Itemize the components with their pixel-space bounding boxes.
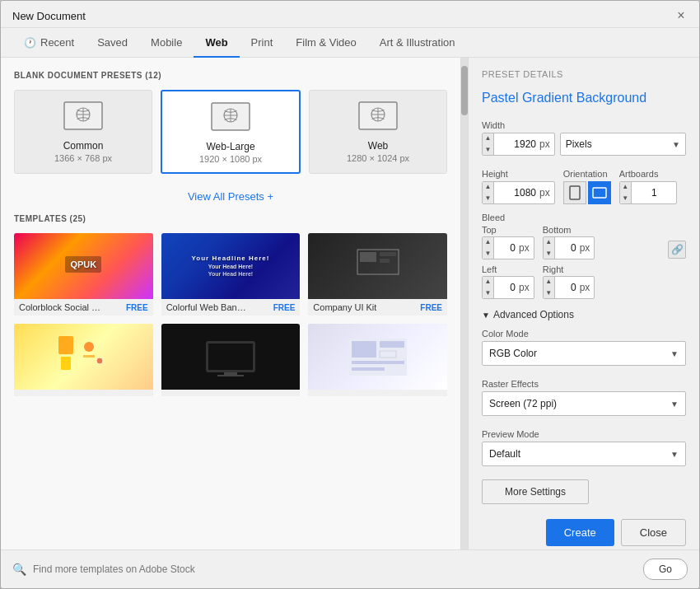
bleed-top-input[interactable] xyxy=(494,242,519,254)
preview-select[interactable]: Default Pixel Overprint ▼ xyxy=(482,442,686,466)
bottom-buttons: Create Close xyxy=(482,512,686,549)
artboards-spin-up[interactable]: ▲ xyxy=(620,181,631,193)
artboards-input[interactable] xyxy=(632,187,660,199)
template-colorblock[interactable]: QPUK Colorblock Social Me... FREE xyxy=(14,233,153,316)
tab-recent-label: Recent xyxy=(40,36,74,49)
svg-rect-29 xyxy=(352,361,404,364)
template-colorblock-name: Colorblock Social Me... xyxy=(19,302,101,312)
bleed-left-input[interactable] xyxy=(494,282,519,293)
template-4[interactable] xyxy=(14,324,153,396)
raster-select[interactable]: Screen (72 ppi) Medium (150 ppi) High (3… xyxy=(482,391,686,416)
bleed-top-up[interactable]: ▲ xyxy=(483,236,493,248)
orientation-landscape[interactable] xyxy=(588,181,611,204)
svg-rect-30 xyxy=(352,367,385,371)
bleed-right-input-group: ▲ ▼ px xyxy=(543,276,595,299)
bleed-top-down[interactable]: ▼ xyxy=(483,248,493,259)
bleed-bottom-input[interactable] xyxy=(555,242,580,254)
preview-select-input[interactable]: Default Pixel Overprint xyxy=(489,448,679,460)
tab-film[interactable]: Film & Video xyxy=(284,28,367,57)
more-settings-button[interactable]: More Settings xyxy=(482,479,589,504)
templates-header: TEMPLATES (25) xyxy=(14,214,447,223)
height-orientation-row: Height ▲ ▼ px Orientation xyxy=(482,169,686,204)
left-panel: BLANK DOCUMENT PRESETS (12) xyxy=(1,58,461,549)
width-input[interactable] xyxy=(494,138,539,150)
width-spin-down[interactable]: ▼ xyxy=(483,144,493,156)
bleed-bottom-down[interactable]: ▼ xyxy=(544,248,554,259)
svg-rect-26 xyxy=(352,341,376,358)
bleed-left-unit: px xyxy=(519,282,534,293)
preset-web-large[interactable]: Web-Large 1920 × 1080 px xyxy=(161,90,301,174)
preset-web-icon xyxy=(357,101,399,133)
main-content: BLANK DOCUMENT PRESETS (12) xyxy=(1,58,699,549)
width-row: ▲ ▼ px Pixels Inches Centimeters ▼ xyxy=(482,133,686,156)
height-unit-label: px xyxy=(539,187,554,199)
preview-label: Preview Mode xyxy=(482,429,686,439)
tab-web[interactable]: Web xyxy=(194,28,239,57)
template-6-thumb xyxy=(308,324,447,390)
create-button[interactable]: Create xyxy=(546,519,614,546)
tab-print[interactable]: Print xyxy=(240,28,285,57)
title-close-button[interactable]: × xyxy=(674,9,688,22)
view-all-presets-link[interactable]: View All Presets + xyxy=(14,185,447,214)
bleed-right-down[interactable]: ▼ xyxy=(544,287,554,299)
width-spin-up[interactable]: ▲ xyxy=(483,133,493,144)
tab-art[interactable]: Art & Illustration xyxy=(368,28,467,57)
color-mode-select[interactable]: RGB Color CMYK Color Grayscale ▼ xyxy=(482,341,686,366)
template-6[interactable] xyxy=(308,324,447,396)
svg-point-18 xyxy=(84,342,94,352)
go-button[interactable]: Go xyxy=(643,559,688,580)
width-spin-arrows: ▲ ▼ xyxy=(483,133,494,156)
preset-common[interactable]: Common 1366 × 768 px xyxy=(14,90,152,174)
left-panel-wrap: BLANK DOCUMENT PRESETS (12) xyxy=(1,58,469,549)
template-colorful-web[interactable]: Your Headline Here! Your Head Here! Your… xyxy=(161,233,301,316)
tab-film-label: Film & Video xyxy=(296,36,356,49)
artboards-spin-down[interactable]: ▼ xyxy=(620,193,631,204)
preset-web[interactable]: Web 1280 × 1024 px xyxy=(309,90,447,174)
bleed-left-right-cols: Left ▲ ▼ px Right xyxy=(482,264,663,299)
bleed-link-button[interactable]: 🔗 xyxy=(668,241,686,259)
title-bar: New Document × xyxy=(1,1,699,28)
bleed-right-input[interactable] xyxy=(555,282,580,293)
orientation-portrait[interactable] xyxy=(563,181,586,204)
search-bar: 🔍 Go xyxy=(1,549,699,588)
preset-common-size: 1366 × 768 px xyxy=(54,153,112,163)
templates-grid: QPUK Colorblock Social Me... FREE Your H… xyxy=(14,233,447,396)
orientation-label: Orientation xyxy=(563,169,611,179)
close-button[interactable]: Close xyxy=(621,519,686,546)
height-input-group: ▲ ▼ px xyxy=(482,181,555,204)
advanced-options-toggle[interactable]: ▼ Advanced Options xyxy=(482,309,686,320)
bleed-bottom-group: Bottom ▲ ▼ px xyxy=(543,225,595,259)
svg-rect-19 xyxy=(83,355,95,358)
bleed-right-label: Right xyxy=(543,264,595,274)
svg-rect-17 xyxy=(61,357,71,370)
scrollbar-thumb[interactable] xyxy=(461,66,468,115)
bleed-left-up[interactable]: ▲ xyxy=(483,276,493,287)
template-company-ui-badge: FREE xyxy=(420,303,442,312)
raster-label: Raster Effects xyxy=(482,379,686,389)
height-input[interactable] xyxy=(494,187,539,199)
unit-select-input[interactable]: Pixels Inches Centimeters xyxy=(566,138,680,150)
template-company-ui[interactable]: Company UI Kit FREE xyxy=(308,233,447,316)
bleed-top-label: Top xyxy=(482,225,534,235)
bleed-bottom-up[interactable]: ▲ xyxy=(544,236,554,248)
raster-select-input[interactable]: Screen (72 ppi) Medium (150 ppi) High (3… xyxy=(489,398,679,409)
height-spin-down[interactable]: ▼ xyxy=(483,193,493,204)
tab-saved[interactable]: Saved xyxy=(86,28,139,57)
search-input[interactable] xyxy=(33,563,637,575)
bleed-top-unit: px xyxy=(519,242,534,254)
template-colorful-web-name: Colorful Web Banner... xyxy=(166,302,249,312)
color-mode-select-input[interactable]: RGB Color CMYK Color Grayscale xyxy=(489,348,679,359)
bleed-section: Bleed Top ▲ ▼ px xyxy=(482,213,686,299)
tab-mobile-label: Mobile xyxy=(151,36,182,49)
template-5[interactable] xyxy=(161,324,301,396)
bleed-right-up[interactable]: ▲ xyxy=(544,276,554,287)
svg-rect-32 xyxy=(593,188,606,198)
bleed-top-input-group: ▲ ▼ px xyxy=(482,236,534,259)
height-spin-up[interactable]: ▲ xyxy=(483,181,493,193)
unit-select[interactable]: Pixels Inches Centimeters ▼ xyxy=(560,133,686,156)
tab-mobile[interactable]: Mobile xyxy=(139,28,194,57)
tab-recent[interactable]: 🕐 Recent xyxy=(12,28,86,57)
bleed-left-down[interactable]: ▼ xyxy=(483,287,493,299)
left-panel-scrollbar[interactable] xyxy=(461,58,468,549)
preset-web-large-size: 1920 × 1080 px xyxy=(199,154,262,164)
